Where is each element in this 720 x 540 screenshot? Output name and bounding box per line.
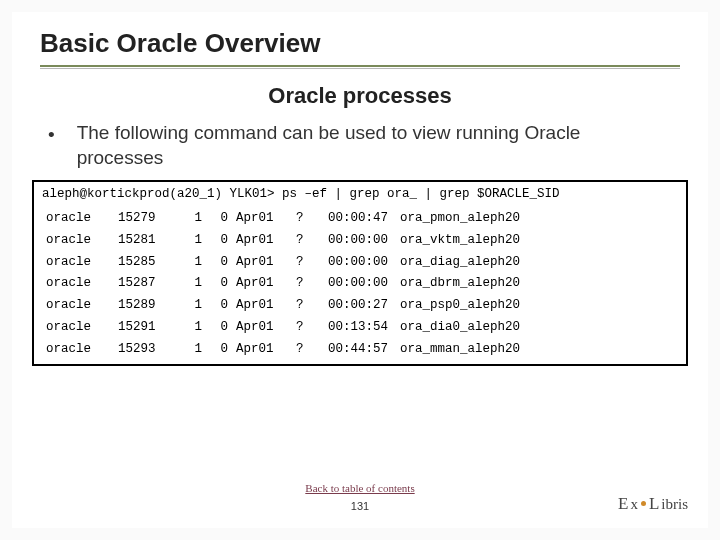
cell-time: 00:44:57 <box>314 339 396 361</box>
cell-date: Apr01 <box>232 339 292 361</box>
cell-tty: ? <box>292 230 314 252</box>
cell-user: oracle <box>42 339 114 361</box>
cell-cmd: ora_dbrm_aleph20 <box>396 273 678 295</box>
cell-cmd: ora_dia0_aleph20 <box>396 317 678 339</box>
bullet-dot-icon: • <box>48 121 55 148</box>
cell-ppid: 1 <box>178 252 206 274</box>
cell-tty: ? <box>292 208 314 230</box>
footer: Back to table of contents 131 <box>12 478 708 512</box>
logo-glyph: E <box>618 494 628 514</box>
cell-cmd: ora_psp0_aleph20 <box>396 295 678 317</box>
cell-user: oracle <box>42 273 114 295</box>
cell-tty: ? <box>292 273 314 295</box>
cell-tty: ? <box>292 252 314 274</box>
page-title: Basic Oracle Overview <box>40 28 680 63</box>
cell-pid: 15279 <box>114 208 178 230</box>
cell-date: Apr01 <box>232 317 292 339</box>
title-underline-thin <box>40 68 680 69</box>
cell-user: oracle <box>42 208 114 230</box>
cell-c: 0 <box>206 208 232 230</box>
cell-date: Apr01 <box>232 252 292 274</box>
logo-dot-icon <box>641 501 646 506</box>
cell-date: Apr01 <box>232 208 292 230</box>
cell-tty: ? <box>292 339 314 361</box>
cell-cmd: ora_pmon_aleph20 <box>396 208 678 230</box>
cell-pid: 15293 <box>114 339 178 361</box>
table-row: oracle1529110Apr01?00:13:54ora_dia0_alep… <box>42 317 678 339</box>
cell-ppid: 1 <box>178 273 206 295</box>
cell-date: Apr01 <box>232 295 292 317</box>
cell-user: oracle <box>42 317 114 339</box>
table-row: oracle1529310Apr01?00:44:57ora_mman_alep… <box>42 339 678 361</box>
cell-tty: ? <box>292 295 314 317</box>
cell-user: oracle <box>42 230 114 252</box>
cell-pid: 15289 <box>114 295 178 317</box>
cell-time: 00:00:00 <box>314 230 396 252</box>
cell-time: 00:00:00 <box>314 273 396 295</box>
cell-pid: 15291 <box>114 317 178 339</box>
cell-pid: 15285 <box>114 252 178 274</box>
bullet-text: The following command can be used to vie… <box>77 121 672 170</box>
header: Basic Oracle Overview <box>12 12 708 73</box>
cell-time: 00:13:54 <box>314 317 396 339</box>
terminal-output: aleph@kortickprod(a20_1) YLK01> ps –ef |… <box>32 180 688 366</box>
cell-c: 0 <box>206 252 232 274</box>
cell-user: oracle <box>42 295 114 317</box>
table-row: oracle1527910Apr01?00:00:47ora_pmon_alep… <box>42 208 678 230</box>
cell-c: 0 <box>206 230 232 252</box>
subtitle: Oracle processes <box>12 83 708 109</box>
cell-time: 00:00:47 <box>314 208 396 230</box>
cell-time: 00:00:27 <box>314 295 396 317</box>
cell-user: oracle <box>42 252 114 274</box>
cell-c: 0 <box>206 295 232 317</box>
cell-cmd: ora_diag_aleph20 <box>396 252 678 274</box>
cell-tty: ? <box>292 317 314 339</box>
cell-ppid: 1 <box>178 317 206 339</box>
cell-date: Apr01 <box>232 273 292 295</box>
back-to-toc-link[interactable]: Back to table of contents <box>305 482 414 494</box>
process-table: oracle1527910Apr01?00:00:47ora_pmon_alep… <box>42 208 678 360</box>
table-row: oracle1528710Apr01?00:00:00ora_dbrm_alep… <box>42 273 678 295</box>
cell-pid: 15287 <box>114 273 178 295</box>
exlibris-logo: ExLibris <box>618 494 688 514</box>
bullet-item: • The following command can be used to v… <box>48 121 672 170</box>
table-row: oracle1528910Apr01?00:00:27ora_psp0_alep… <box>42 295 678 317</box>
cell-c: 0 <box>206 339 232 361</box>
slide: Basic Oracle Overview Oracle processes •… <box>12 12 708 528</box>
cell-date: Apr01 <box>232 230 292 252</box>
table-row: oracle1528510Apr01?00:00:00ora_diag_alep… <box>42 252 678 274</box>
terminal-command: aleph@kortickprod(a20_1) YLK01> ps –ef |… <box>42 188 678 202</box>
page-number: 131 <box>12 500 708 512</box>
cell-ppid: 1 <box>178 295 206 317</box>
table-row: oracle1528110Apr01?00:00:00ora_vktm_alep… <box>42 230 678 252</box>
cell-time: 00:00:00 <box>314 252 396 274</box>
cell-cmd: ora_vktm_aleph20 <box>396 230 678 252</box>
cell-c: 0 <box>206 317 232 339</box>
cell-ppid: 1 <box>178 208 206 230</box>
cell-pid: 15281 <box>114 230 178 252</box>
cell-c: 0 <box>206 273 232 295</box>
title-underline <box>40 65 680 67</box>
cell-ppid: 1 <box>178 339 206 361</box>
cell-ppid: 1 <box>178 230 206 252</box>
cell-cmd: ora_mman_aleph20 <box>396 339 678 361</box>
body: • The following command can be used to v… <box>12 117 708 170</box>
